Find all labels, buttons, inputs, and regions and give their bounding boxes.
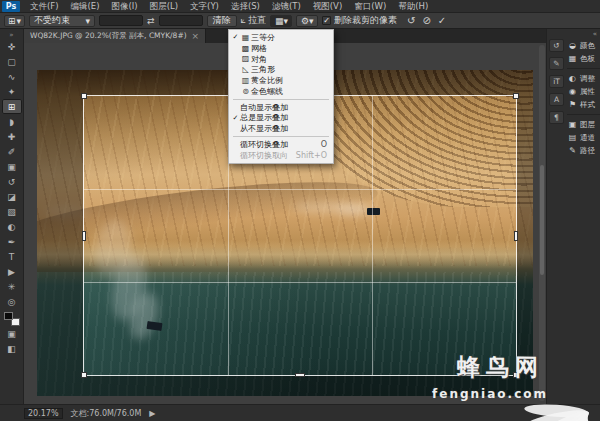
crop-handle-right[interactable] <box>514 231 518 241</box>
straighten-icon: ⟀ <box>241 15 246 26</box>
styles-panel-icon: ⚑ <box>567 100 578 109</box>
quick-selection-tool[interactable]: ✦ <box>2 84 22 99</box>
screen-mode-button[interactable]: ◧ <box>2 341 22 356</box>
vertical-scrollbar[interactable] <box>539 45 545 401</box>
crop-handle-top-left[interactable] <box>81 93 87 99</box>
chevron-down-icon: ▾ <box>284 16 289 26</box>
menu-filter[interactable]: 滤镜(T) <box>266 0 307 13</box>
menu-window[interactable]: 窗口(W) <box>348 0 392 13</box>
type-tool[interactable]: T <box>2 249 22 264</box>
properties-panel-icon: ◉ <box>567 87 578 96</box>
hand-tool[interactable]: ✳ <box>2 279 22 294</box>
crop-handle-bottom[interactable] <box>295 373 305 377</box>
cancel-crop-icon[interactable]: ⊘ <box>422 15 430 26</box>
healing-brush-tool[interactable]: ✚ <box>2 129 22 144</box>
lasso-tool[interactable]: ∿ <box>2 69 22 84</box>
menu-item-never-show-overlay[interactable]: 从不显示叠加 <box>229 123 333 134</box>
dodge-tool[interactable]: ◐ <box>2 219 22 234</box>
menu-item-label: 从不显示叠加 <box>240 123 327 134</box>
ps-logo: Ps <box>2 1 20 12</box>
crop-ratio-dropdown[interactable]: 不受约束 ▾ <box>29 15 95 27</box>
swap-dimensions-icon[interactable]: ⇄ <box>147 16 155 26</box>
gradient-tool[interactable]: ▧ <box>2 204 22 219</box>
menu-layer[interactable]: 图层(L) <box>144 0 184 13</box>
pen-tool[interactable]: ✒ <box>2 234 22 249</box>
menu-item-rule-of-thirds[interactable]: ✓ ▦ 三等分 <box>229 32 333 43</box>
menu-file[interactable]: 文件(F) <box>24 0 65 13</box>
clone-source-panel-button[interactable]: ✎ <box>549 57 564 70</box>
overlay-options-dropdown[interactable]: ▦ ▾ <box>270 15 292 27</box>
eyedropper-tool[interactable]: ◗ <box>2 114 22 129</box>
menu-view[interactable]: 视图(V) <box>307 0 348 13</box>
properties-panel-button[interactable]: ◉ 属性 <box>567 85 600 98</box>
crop-height-input[interactable] <box>159 15 203 26</box>
menu-select[interactable]: 选择(S) <box>225 0 266 13</box>
dock-collapse-icon[interactable]: « <box>593 30 597 38</box>
channels-panel-button[interactable]: ▤ 通道 <box>567 131 600 144</box>
styles-panel-button[interactable]: ⚑ 样式 <box>567 98 600 111</box>
menu-item-golden-spiral[interactable]: ⊚ 金色螺线 <box>229 86 333 97</box>
clear-button[interactable]: 清除 <box>207 15 237 27</box>
path-selection-tool[interactable]: ▶ <box>2 264 22 279</box>
menu-item-label: 三角形 <box>251 64 327 75</box>
close-tab-icon[interactable]: × <box>192 31 200 41</box>
menu-item-always-show-overlay[interactable]: ✓ 总是显示叠加 <box>229 113 333 124</box>
character-panel-button[interactable]: iT <box>549 75 564 88</box>
paragraph-panel-button[interactable]: ¶ <box>549 111 564 124</box>
zoom-level-field[interactable]: 20.17% <box>24 408 63 419</box>
adjustments-panel-button[interactable]: ◐ 调整 <box>567 72 600 85</box>
crop-tool[interactable]: ⊞ <box>2 99 22 114</box>
menu-item-triangle[interactable]: ◺ 三角形 <box>229 64 333 75</box>
color-panel-button[interactable]: ◒ 颜色 <box>567 39 600 52</box>
overlay-grid-icon: ▦ <box>275 16 284 26</box>
marquee-tool[interactable]: ▢ <box>2 54 22 69</box>
eraser-tool[interactable]: ◪ <box>2 189 22 204</box>
toolbar-collapse-icon[interactable]: » <box>9 31 13 39</box>
reset-crop-icon[interactable]: ↺ <box>407 15 415 26</box>
crop-tool-icon: ⊞ <box>8 16 16 26</box>
paths-panel-button[interactable]: ✎ 路径 <box>567 144 600 157</box>
delete-cropped-pixels-checkbox[interactable]: ✓ 删除裁剪的像素 <box>322 14 397 27</box>
character-styles-panel-button[interactable]: A <box>549 93 564 106</box>
clone-stamp-tool[interactable]: ▣ <box>2 159 22 174</box>
thirds-gridline <box>84 189 516 190</box>
crop-handle-bottom-right[interactable] <box>513 372 519 378</box>
swatches-panel-icon: ▦ <box>567 54 578 63</box>
menu-help[interactable]: 帮助(H) <box>392 0 434 13</box>
history-brush-tool[interactable]: ↺ <box>2 174 22 189</box>
menu-item-cycle-overlay[interactable]: 循环切换叠加 O <box>229 139 333 150</box>
layers-panel-button[interactable]: ▣ 图层 <box>567 118 600 131</box>
move-tool[interactable]: ✜ <box>2 39 22 54</box>
foreground-color-swatch[interactable] <box>4 312 13 320</box>
menu-edit[interactable]: 编辑(E) <box>65 0 106 13</box>
zoom-tool[interactable]: ◎ <box>2 294 22 309</box>
menu-image[interactable]: 图像(I) <box>106 0 144 13</box>
crop-settings-dropdown[interactable]: ⚙ ▾ <box>296 15 318 27</box>
crop-tool-preset[interactable]: ⊞ ▾ <box>4 15 25 27</box>
scrollbar-thumb[interactable] <box>540 165 544 275</box>
document-tab[interactable]: WQ82K.JPG @ 20.2%(背景 副本, CMYK/8#) × <box>24 29 206 43</box>
straighten-button[interactable]: ⟀ 拉直 <box>241 14 266 27</box>
menu-item-golden-ratio[interactable]: ▥ 黄金比例 <box>229 75 333 86</box>
menu-item-auto-show-overlay[interactable]: 自动显示叠加 <box>229 102 333 113</box>
status-expand-icon[interactable]: ▶ <box>149 409 155 418</box>
chevron-down-icon: ▾ <box>309 16 314 26</box>
crop-handle-left[interactable] <box>82 231 86 241</box>
color-swatches[interactable] <box>4 312 20 326</box>
panel-label: 调整 <box>580 74 595 84</box>
crop-width-input[interactable] <box>99 15 143 26</box>
menu-item-label: 循环切换取向 <box>240 150 292 161</box>
crop-ratio-value: 不受约束 <box>34 14 70 27</box>
commit-crop-icon[interactable]: ✓ <box>438 15 446 26</box>
thirds-grid-icon: ▦ <box>240 33 251 42</box>
swatches-panel-button[interactable]: ▦ 色板 <box>567 52 600 65</box>
menu-type[interactable]: 文字(Y) <box>184 0 225 13</box>
history-panel-button[interactable]: ↺ <box>549 39 564 52</box>
menu-item-diagonal[interactable]: ▨ 对角 <box>229 54 333 65</box>
menu-item-cycle-orientation[interactable]: 循环切换取向 Shift+O <box>229 150 333 161</box>
brush-tool[interactable]: ✐ <box>2 144 22 159</box>
menu-item-grid[interactable]: ▩ 网格 <box>229 43 333 54</box>
crop-handle-bottom-left[interactable] <box>81 372 87 378</box>
quick-mask-button[interactable]: ▣ <box>2 326 22 341</box>
crop-handle-top-right[interactable] <box>513 93 519 99</box>
